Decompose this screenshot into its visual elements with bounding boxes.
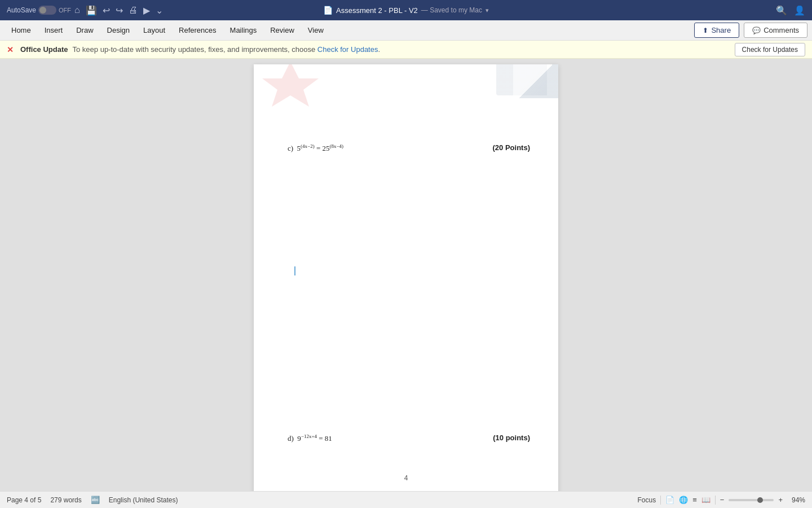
text-cursor — [294, 266, 295, 275]
notification-text: To keep up-to-date with security updates… — [73, 45, 730, 54]
autosave-badge: AutoSave OFF — [7, 6, 71, 15]
menu-mailings[interactable]: Mailings — [223, 23, 264, 38]
document-name: Assessment 2 - PBL - V2 — [336, 6, 418, 15]
menu-references[interactable]: References — [172, 23, 223, 38]
problem-d-expression: d) 9−12x+4 = 81 — [288, 433, 332, 443]
zoom-in-icon[interactable]: + — [778, 496, 783, 504]
menu-view[interactable]: View — [301, 23, 330, 38]
comments-icon: 💬 — [752, 27, 761, 34]
zoom-slider[interactable] — [729, 499, 774, 501]
title-bar-left: AutoSave OFF ⌂ 💾 ↩ ↪ 🖨 ▶ ⌄ — [7, 5, 163, 16]
present-icon[interactable]: ▶ — [143, 5, 150, 16]
page-content: c) 5(4x−2) = 25(8x−4) (20 Points) d) 9−1… — [254, 64, 558, 466]
status-bar: Page 4 of 5 279 words 🔤 English (United … — [0, 491, 812, 508]
page-top-decoration — [254, 64, 558, 110]
menu-home[interactable]: Home — [5, 23, 38, 38]
problem-c: c) 5(4x−2) = 25(8x−4) (20 Points) — [288, 143, 530, 153]
separator-1 — [660, 496, 661, 505]
status-bar-right: Focus 📄 🌐 ≡ 📖 − + 94% — [638, 496, 805, 505]
page-layout-icon[interactable]: 📄 — [665, 496, 674, 504]
comments-button[interactable]: 💬 Comments — [744, 23, 807, 38]
saved-status: — Saved to my Mac — [421, 6, 482, 14]
zoom-thumb — [757, 497, 763, 503]
doc-icon: 📄 — [323, 6, 333, 15]
autosave-label: AutoSave — [7, 6, 36, 14]
problem-c-expression: c) 5(4x−2) = 25(8x−4) — [288, 143, 343, 153]
text-cursor-area[interactable] — [293, 266, 530, 275]
check-for-updates-link[interactable]: Check for Updates — [317, 45, 378, 54]
page-container: c) 5(4x−2) = 25(8x−4) (20 Points) d) 9−1… — [254, 64, 558, 491]
autosave-state: OFF — [59, 7, 71, 14]
menu-review[interactable]: Review — [263, 23, 301, 38]
problem-c-label: c) — [288, 144, 297, 152]
read-mode-icon[interactable]: 📖 — [701, 496, 710, 504]
language: English (United States) — [109, 496, 178, 504]
autosave-toggle[interactable] — [38, 6, 56, 15]
status-bar-left: Page 4 of 5 279 words 🔤 English (United … — [7, 496, 178, 504]
menu-right-actions: ⬆ Share 💬 Comments — [694, 23, 807, 38]
share-button[interactable]: ⬆ Share — [694, 23, 739, 38]
office-update-label: Office Update — [20, 45, 68, 54]
notification-bar: ✕ Office Update To keep up-to-date with … — [0, 41, 812, 59]
star-watermark — [254, 64, 327, 110]
menu-insert[interactable]: Insert — [38, 23, 70, 38]
problem-c-points: (20 Points) — [493, 143, 530, 152]
problem-d: d) 9−12x+4 = 81 (10 points) — [288, 433, 530, 443]
main-area: c) 5(4x−2) = 25(8x−4) (20 Points) d) 9−1… — [0, 59, 812, 491]
title-bar-right: 🔍 👤 — [776, 5, 805, 16]
spell-check-icon[interactable]: 🔤 — [91, 496, 100, 504]
zoom-percent[interactable]: 94% — [787, 496, 805, 504]
home-icon[interactable]: ⌂ — [74, 5, 80, 15]
title-bar-nav-icons: ⌂ 💾 ↩ ↪ 🖨 ▶ ⌄ — [74, 5, 163, 16]
outline-icon[interactable]: ≡ — [692, 496, 697, 504]
menu-layout[interactable]: Layout — [136, 23, 172, 38]
separator-2 — [715, 496, 716, 505]
profile-icon[interactable]: 👤 — [794, 5, 805, 16]
document-title: 📄 Assessment 2 - PBL - V2 — Saved to my … — [323, 6, 489, 15]
save-icon[interactable]: 💾 — [86, 5, 97, 16]
problem-d-points: (10 points) — [493, 433, 530, 442]
undo-icon[interactable]: ↩ — [103, 5, 110, 16]
word-count: 279 words — [50, 496, 81, 504]
menu-bar: Home Insert Draw Design Layout Reference… — [0, 20, 812, 41]
focus-label[interactable]: Focus — [638, 496, 656, 504]
print-icon[interactable]: 🖨 — [129, 5, 138, 15]
menu-design[interactable]: Design — [100, 23, 136, 38]
check-for-updates-button[interactable]: Check for Updates — [735, 43, 805, 56]
page-number: 4 — [404, 474, 408, 482]
share-label: Share — [711, 26, 731, 34]
notification-close-icon[interactable]: ✕ — [7, 45, 14, 54]
comments-label: Comments — [764, 26, 799, 34]
document-canvas[interactable]: c) 5(4x−2) = 25(8x−4) (20 Points) d) 9−1… — [0, 59, 812, 491]
page-info: Page 4 of 5 — [7, 496, 41, 504]
redo-icon[interactable]: ↪ — [116, 5, 123, 16]
corner-fold — [513, 64, 558, 98]
search-icon[interactable]: 🔍 — [776, 5, 787, 16]
share-icon: ⬆ — [703, 27, 708, 34]
dropdown-chevron-icon[interactable]: ▾ — [486, 7, 489, 14]
customize-icon[interactable]: ⌄ — [156, 5, 163, 16]
problem-d-label: d) — [288, 434, 297, 443]
web-layout-icon[interactable]: 🌐 — [679, 496, 688, 504]
menu-draw[interactable]: Draw — [69, 23, 100, 38]
zoom-out-icon[interactable]: − — [720, 496, 725, 504]
svg-marker-0 — [262, 64, 319, 107]
title-bar: AutoSave OFF ⌂ 💾 ↩ ↪ 🖨 ▶ ⌄ 📄 Assessment … — [0, 0, 812, 20]
